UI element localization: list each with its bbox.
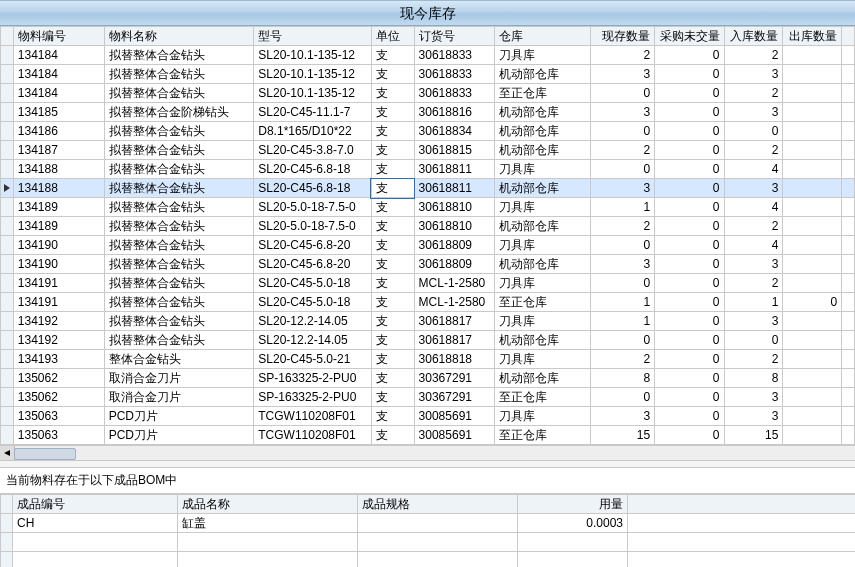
cell[interactable]: 支 bbox=[371, 179, 414, 198]
scroll-thumb[interactable] bbox=[14, 448, 76, 460]
cell[interactable]: 刀具库 bbox=[494, 198, 590, 217]
cell[interactable]: 3 bbox=[724, 388, 783, 407]
cell[interactable]: 134188 bbox=[13, 160, 104, 179]
cell[interactable]: 0 bbox=[655, 426, 724, 445]
cell[interactable]: 4 bbox=[724, 160, 783, 179]
cell[interactable]: 30618811 bbox=[414, 179, 494, 198]
cell[interactable]: 134191 bbox=[13, 293, 104, 312]
column-header[interactable]: 采购未交量 bbox=[655, 27, 724, 46]
cell[interactable] bbox=[783, 122, 842, 141]
cell[interactable]: 支 bbox=[371, 293, 414, 312]
cell[interactable]: 拟替整体合金钻头 bbox=[104, 65, 254, 84]
cell[interactable]: 0 bbox=[655, 350, 724, 369]
cell[interactable] bbox=[518, 552, 628, 568]
cell[interactable]: SL20-C45-6.8-18 bbox=[254, 160, 372, 179]
cell[interactable]: 0 bbox=[724, 331, 783, 350]
cell[interactable]: 至正仓库 bbox=[494, 293, 590, 312]
cell[interactable]: 1 bbox=[590, 293, 654, 312]
cell[interactable]: 3 bbox=[724, 255, 783, 274]
cell[interactable] bbox=[783, 407, 842, 426]
cell[interactable]: 134191 bbox=[13, 274, 104, 293]
cell[interactable]: 刀具库 bbox=[494, 312, 590, 331]
cell[interactable]: 134186 bbox=[13, 122, 104, 141]
cell[interactable]: SL20-C45-5.0-21 bbox=[254, 350, 372, 369]
cell[interactable]: 2 bbox=[590, 46, 654, 65]
cell[interactable]: 4 bbox=[724, 198, 783, 217]
cell[interactable]: 3 bbox=[724, 179, 783, 198]
cell[interactable]: 0 bbox=[655, 236, 724, 255]
cell[interactable]: 30618833 bbox=[414, 84, 494, 103]
cell[interactable]: 支 bbox=[371, 84, 414, 103]
cell[interactable]: SL20-10.1-135-12 bbox=[254, 84, 372, 103]
cell[interactable]: 支 bbox=[371, 65, 414, 84]
cell[interactable]: SL20-5.0-18-7.5-0 bbox=[254, 198, 372, 217]
cell[interactable]: 取消合金刀片 bbox=[104, 369, 254, 388]
cell[interactable]: 134190 bbox=[13, 236, 104, 255]
column-header[interactable]: 现存数量 bbox=[590, 27, 654, 46]
cell[interactable]: SL20-C45-6.8-20 bbox=[254, 255, 372, 274]
bom-grid[interactable]: 成品编号成品名称成品规格用量 CH缸盖0.0003 bbox=[0, 494, 855, 567]
column-header[interactable]: 物料编号 bbox=[13, 27, 104, 46]
cell[interactable]: 0 bbox=[655, 65, 724, 84]
scroll-left-button[interactable]: ◂ bbox=[0, 446, 15, 460]
cell[interactable]: 135063 bbox=[13, 426, 104, 445]
cell[interactable]: 30618834 bbox=[414, 122, 494, 141]
cell[interactable]: 支 bbox=[371, 331, 414, 350]
cell[interactable]: 3 bbox=[590, 103, 654, 122]
table-row[interactable] bbox=[1, 533, 856, 552]
cell[interactable]: 0 bbox=[655, 198, 724, 217]
cell[interactable] bbox=[178, 552, 358, 568]
cell[interactable]: 0 bbox=[655, 179, 724, 198]
cell[interactable]: 拟替整体合金钻头 bbox=[104, 179, 254, 198]
cell[interactable]: 30618833 bbox=[414, 46, 494, 65]
cell[interactable]: 3 bbox=[724, 312, 783, 331]
cell[interactable]: 拟替整体合金钻头 bbox=[104, 255, 254, 274]
cell[interactable]: 3 bbox=[590, 255, 654, 274]
cell[interactable]: 0 bbox=[655, 388, 724, 407]
cell[interactable]: 2 bbox=[724, 350, 783, 369]
column-header[interactable]: 用量 bbox=[518, 495, 628, 514]
cell[interactable]: 0 bbox=[783, 293, 842, 312]
table-row[interactable]: 135062取消合金刀片SP-163325-2-PU0支30367291机动部仓… bbox=[1, 369, 855, 388]
cell[interactable]: 至正仓库 bbox=[494, 426, 590, 445]
table-row[interactable]: 134188拟替整体合金钻头SL20-C45-6.8-18支30618811刀具… bbox=[1, 160, 855, 179]
cell[interactable]: 134193 bbox=[13, 350, 104, 369]
cell[interactable]: 134192 bbox=[13, 312, 104, 331]
column-header[interactable]: 入库数量 bbox=[724, 27, 783, 46]
inventory-grid[interactable]: 物料编号物料名称型号单位订货号仓库现存数量采购未交量入库数量出库数量 13418… bbox=[0, 26, 855, 460]
cell[interactable]: 2 bbox=[724, 84, 783, 103]
cell[interactable]: 至正仓库 bbox=[494, 388, 590, 407]
cell[interactable]: 拟替整体合金钻头 bbox=[104, 274, 254, 293]
cell[interactable]: 134184 bbox=[13, 65, 104, 84]
cell[interactable]: 拟替整体合金钻头 bbox=[104, 160, 254, 179]
cell[interactable]: SP-163325-2-PU0 bbox=[254, 388, 372, 407]
table-row[interactable]: 134187拟替整体合金钻头SL20-C45-3.8-7.0支30618815机… bbox=[1, 141, 855, 160]
table-row[interactable]: 134191拟替整体合金钻头SL20-C45-5.0-18支MCL-1-2580… bbox=[1, 274, 855, 293]
cell[interactable]: 134190 bbox=[13, 255, 104, 274]
cell[interactable]: 拟替整体合金钻头 bbox=[104, 236, 254, 255]
cell[interactable]: 8 bbox=[590, 369, 654, 388]
cell[interactable]: 15 bbox=[590, 426, 654, 445]
cell[interactable]: SL20-10.1-135-12 bbox=[254, 46, 372, 65]
cell[interactable] bbox=[783, 84, 842, 103]
cell[interactable]: 134184 bbox=[13, 46, 104, 65]
cell[interactable] bbox=[783, 236, 842, 255]
cell[interactable] bbox=[358, 514, 518, 533]
cell[interactable]: 30618818 bbox=[414, 350, 494, 369]
cell[interactable]: 机动部仓库 bbox=[494, 141, 590, 160]
cell[interactable]: 0 bbox=[590, 388, 654, 407]
cell[interactable] bbox=[783, 141, 842, 160]
cell[interactable]: 2 bbox=[590, 141, 654, 160]
table-row[interactable]: 134192拟替整体合金钻头SL20-12.2-14.05支30618817刀具… bbox=[1, 312, 855, 331]
cell[interactable]: 拟替整体合金阶梯钻头 bbox=[104, 103, 254, 122]
table-row[interactable]: 134191拟替整体合金钻头SL20-C45-5.0-18支MCL-1-2580… bbox=[1, 293, 855, 312]
table-row[interactable]: 135063PCD刀片TCGW110208F01支30085691刀具库303 bbox=[1, 407, 855, 426]
cell[interactable]: SL20-12.2-14.05 bbox=[254, 312, 372, 331]
cell[interactable]: PCD刀片 bbox=[104, 407, 254, 426]
pane-divider[interactable] bbox=[0, 460, 855, 468]
cell[interactable]: MCL-1-2580 bbox=[414, 274, 494, 293]
cell[interactable]: SL20-C45-11.1-7 bbox=[254, 103, 372, 122]
cell[interactable] bbox=[13, 533, 178, 552]
cell[interactable]: 3 bbox=[724, 65, 783, 84]
table-row[interactable]: 134190拟替整体合金钻头SL20-C45-6.8-20支30618809刀具… bbox=[1, 236, 855, 255]
